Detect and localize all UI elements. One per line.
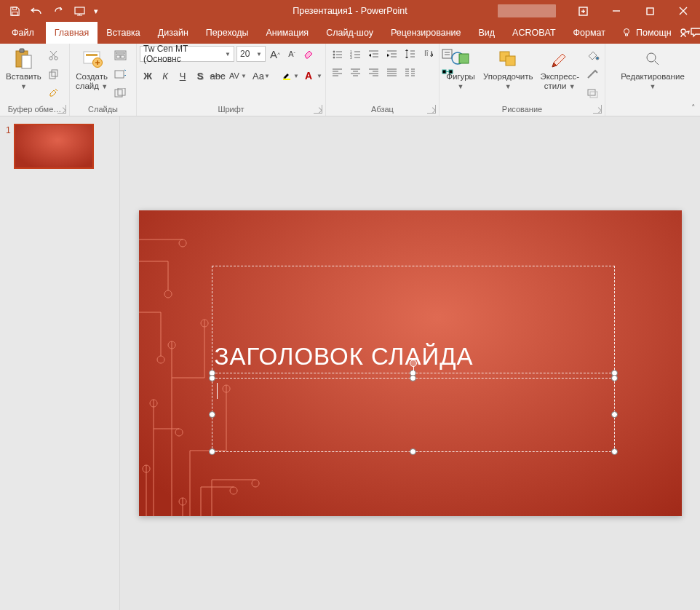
clipboard-launcher[interactable] [57, 105, 66, 114]
tell-me-search[interactable]: Помощн [614, 22, 679, 44]
tab-format[interactable]: Формат [565, 22, 614, 44]
tab-transitions[interactable]: Переходы [197, 22, 258, 44]
slide-thumbnails-pane[interactable]: 1 [0, 116, 120, 610]
tab-review[interactable]: Рецензирование [382, 22, 470, 44]
comments-button[interactable] [691, 22, 700, 44]
numbering-button[interactable]: 123 [347, 46, 363, 62]
text-direction-button[interactable]: Iî [420, 46, 436, 62]
resize-handle[interactable] [611, 448, 618, 455]
undo-icon [31, 6, 42, 16]
resize-handle[interactable] [611, 375, 618, 381]
minimize-button[interactable] [600, 0, 633, 22]
decrease-font-button[interactable]: Aˇ [285, 46, 299, 62]
underline-button[interactable]: Ч [175, 68, 191, 84]
font-color-button[interactable]: A▼ [303, 68, 325, 84]
tab-insert[interactable]: Вставка [98, 22, 148, 44]
close-button[interactable] [667, 0, 700, 22]
highlight-button[interactable]: ▼ [279, 68, 301, 84]
line-spacing-button[interactable] [402, 46, 418, 62]
svg-rect-19 [116, 55, 120, 58]
section-button[interactable] [112, 85, 128, 101]
title-placeholder-box[interactable] [212, 266, 615, 373]
tab-acrobat[interactable]: ACROBAT [504, 22, 565, 44]
save-button[interactable] [4, 1, 25, 21]
undo-button[interactable] [26, 1, 47, 21]
brush-icon [48, 87, 60, 99]
group-font: Tw Cen MT (Основнс▼ 20▼ A^ Aˇ Ж К Ч S ab… [137, 44, 326, 116]
group-editing: Редактирование▼ [605, 44, 700, 116]
layout-button[interactable] [112, 47, 128, 63]
redo-button[interactable] [48, 1, 68, 21]
share-button[interactable] [679, 22, 691, 44]
decrease-indent-button[interactable] [365, 46, 381, 62]
ribbon-display-options-button[interactable] [566, 0, 600, 22]
svg-rect-2 [75, 7, 84, 14]
tab-home[interactable]: Главная [46, 22, 98, 44]
slide-thumbnail-1[interactable] [14, 124, 94, 169]
svg-text:3: 3 [350, 55, 352, 59]
numbering-icon: 123 [350, 49, 361, 59]
resize-handle[interactable] [410, 375, 416, 381]
tab-design[interactable]: Дизайн [149, 22, 197, 44]
resize-handle[interactable] [611, 411, 618, 418]
group-clipboard: Вставить▼ Буфер обме… [0, 44, 70, 116]
increase-indent-button[interactable] [383, 46, 399, 62]
resize-handle[interactable] [209, 375, 215, 381]
shape-effects-button[interactable] [585, 85, 601, 101]
resize-handle[interactable] [410, 448, 416, 455]
paste-button[interactable]: Вставить▼ [3, 46, 44, 91]
font-name-combo[interactable]: Tw Cen MT (Основнс▼ [140, 46, 234, 62]
font-launcher[interactable] [314, 105, 322, 114]
align-left-button[interactable] [329, 64, 345, 80]
account-area[interactable] [498, 4, 556, 17]
tab-animations[interactable]: Анимация [257, 22, 317, 44]
qat-customize-button[interactable]: ▾ [92, 7, 100, 16]
align-center-button[interactable] [347, 64, 363, 80]
section-icon [114, 88, 126, 98]
change-case-button[interactable]: Aa▼ [250, 68, 272, 84]
arrange-button[interactable]: Упорядочить▼ [480, 46, 536, 91]
columns-button[interactable] [402, 64, 418, 80]
slide-editor[interactable]: ЗАГОЛОВОК СЛАЙДА [120, 116, 700, 610]
text-shadow-button[interactable]: S [192, 68, 208, 84]
maximize-button[interactable] [633, 0, 667, 22]
strikethrough-button[interactable]: abc [210, 68, 226, 84]
svg-point-5 [624, 29, 629, 34]
justify-button[interactable] [383, 64, 399, 80]
tab-file[interactable]: Файл [0, 22, 46, 44]
drawing-launcher[interactable] [593, 105, 602, 114]
shape-fill-button[interactable] [585, 47, 601, 63]
slide-canvas[interactable]: ЗАГОЛОВОК СЛАЙДА [139, 210, 682, 516]
cut-button[interactable] [46, 47, 62, 63]
paragraph-launcher[interactable] [427, 105, 436, 114]
bold-button[interactable]: Ж [140, 68, 156, 84]
redo-icon [53, 6, 63, 16]
new-slide-button[interactable]: Создатьслайд ▼ [73, 46, 111, 91]
copy-button[interactable] [46, 66, 62, 82]
shapes-button[interactable]: Фигуры▼ [442, 46, 479, 91]
increase-font-button[interactable]: A^ [268, 46, 282, 62]
font-size-combo[interactable]: 20▼ [236, 46, 266, 62]
editing-button[interactable]: Редактирование▼ [618, 46, 688, 91]
resize-handle[interactable] [209, 411, 215, 418]
align-right-button[interactable] [365, 64, 381, 80]
start-from-beginning-button[interactable] [70, 1, 90, 21]
quick-styles-button[interactable]: Экспресс-стили ▼ [537, 46, 582, 91]
tab-view[interactable]: Вид [469, 22, 504, 44]
collapse-ribbon-button[interactable]: ˄ [691, 103, 696, 113]
reset-button[interactable] [112, 66, 128, 82]
rotate-handle[interactable] [410, 360, 417, 367]
clear-formatting-button[interactable] [301, 46, 316, 62]
svg-rect-4 [647, 8, 653, 15]
format-painter-button[interactable] [46, 85, 62, 101]
italic-button[interactable]: К [157, 68, 173, 84]
shape-outline-button[interactable] [585, 66, 601, 82]
svg-point-39 [596, 57, 599, 60]
resize-handle[interactable] [209, 448, 215, 455]
bullets-button[interactable] [329, 46, 345, 62]
group-label-paragraph: Абзац [329, 103, 436, 116]
svg-rect-24 [283, 79, 290, 80]
tab-slideshow[interactable]: Слайд-шоу [317, 22, 382, 44]
char-spacing-button[interactable]: AV▼ [227, 68, 249, 84]
subtitle-placeholder-box[interactable] [212, 378, 615, 452]
